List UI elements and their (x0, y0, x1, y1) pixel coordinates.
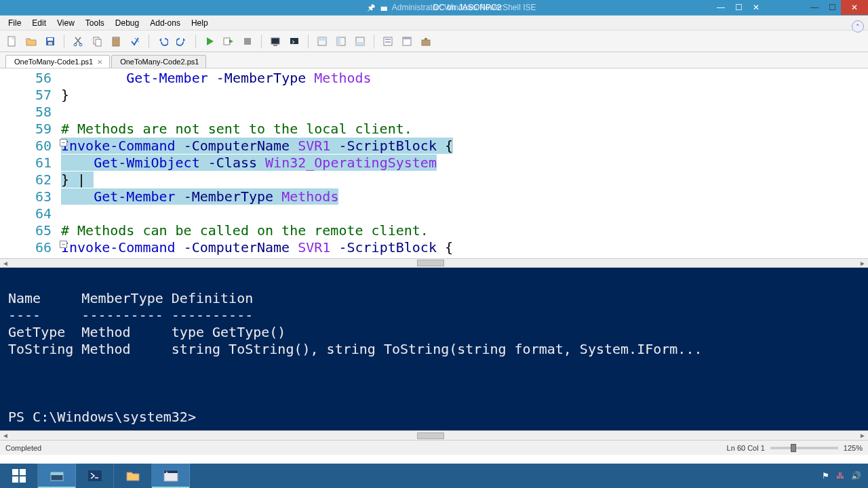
scroll-left-icon[interactable]: ◄ (0, 260, 11, 267)
status-bar: Completed Ln 60 Col 1 125% (0, 440, 868, 455)
powershell-button[interactable] (76, 464, 114, 488)
zoom-level: 125% (844, 444, 863, 452)
scroll-thumb[interactable] (417, 432, 444, 439)
maximize-inner-button[interactable]: ☐ (730, 0, 747, 15)
console-horizontal-scrollbar[interactable]: ◄ ► (0, 430, 868, 440)
stop-button[interactable] (239, 33, 256, 49)
scroll-right-icon[interactable]: ► (857, 432, 868, 439)
new-file-button[interactable] (4, 33, 20, 49)
layout-console-button[interactable] (352, 33, 368, 49)
svg-rect-29 (12, 469, 18, 475)
svg-rect-1 (12, 37, 15, 39)
svg-rect-34 (51, 472, 63, 475)
tab-label: OneToMany-Code1.ps1 (14, 58, 93, 66)
svg-rect-8 (96, 39, 101, 46)
clear-button[interactable] (127, 33, 143, 49)
menu-view[interactable]: View (52, 17, 80, 29)
open-file-button[interactable] (23, 33, 39, 49)
show-command-addon-button[interactable] (399, 33, 415, 49)
menu-addons[interactable]: Add-ons (144, 17, 186, 29)
explorer-button[interactable] (114, 464, 152, 488)
taskbar: ⚑ 🖧 🔊 (0, 464, 868, 488)
zoom-slider[interactable] (770, 447, 838, 449)
paste-button[interactable] (108, 33, 124, 49)
redo-button[interactable] (174, 33, 190, 49)
ise-window: File Edit View Tools Debug Add-ons Help … (0, 15, 868, 455)
script-editor[interactable]: 5657585960616263646566−− Get-Member -Mem… (0, 68, 868, 258)
svg-rect-11 (224, 38, 230, 45)
scroll-right-icon[interactable]: ► (857, 260, 868, 267)
svg-rect-4 (48, 42, 52, 45)
svg-rect-3 (47, 38, 53, 41)
menu-file[interactable]: File (3, 17, 26, 29)
menu-edit[interactable]: Edit (26, 17, 52, 29)
layout-script-button[interactable] (314, 33, 330, 49)
scroll-thumb[interactable] (417, 260, 444, 266)
svg-rect-28 (425, 38, 427, 40)
flag-icon[interactable]: ⚑ (822, 471, 829, 481)
toolbox-button[interactable] (418, 33, 434, 49)
menubar: File Edit View Tools Debug Add-ons Help (0, 16, 868, 30)
console-pane[interactable]: Name MemberType Definition ---- --------… (0, 268, 868, 430)
start-button[interactable] (0, 464, 38, 488)
svg-rect-15 (290, 38, 298, 44)
save-button[interactable] (42, 33, 58, 49)
toolbar: ⌃ (0, 30, 868, 52)
tab-file-1[interactable]: OneToMany-Code1.ps1✕ (5, 55, 110, 68)
undo-button[interactable] (155, 33, 171, 49)
pin-icon[interactable] (367, 3, 375, 12)
new-remote-button[interactable] (267, 33, 283, 49)
menu-tools[interactable]: Tools (80, 17, 110, 29)
svg-rect-24 (385, 41, 391, 43)
svg-rect-27 (422, 40, 430, 45)
copy-button[interactable] (89, 33, 105, 49)
svg-rect-30 (20, 469, 26, 475)
svg-rect-19 (337, 37, 340, 45)
cut-button[interactable] (70, 33, 86, 49)
network-icon[interactable]: 🖧 (836, 471, 844, 481)
show-command-button[interactable] (380, 33, 396, 49)
server-manager-button[interactable] (38, 464, 76, 488)
signal-icon (380, 3, 387, 12)
minimize-outer-button[interactable]: — (806, 0, 823, 15)
svg-rect-26 (403, 37, 411, 39)
vm-title: DC on JASONPC2 (433, 3, 502, 12)
svg-rect-17 (318, 37, 326, 41)
run-selection-button[interactable] (220, 33, 237, 49)
svg-rect-23 (385, 39, 391, 40)
sound-icon[interactable]: 🔊 (851, 471, 861, 481)
svg-rect-21 (356, 42, 364, 45)
scroll-left-icon[interactable]: ◄ (0, 432, 11, 439)
cursor-position: Ln 60 Col 1 (727, 444, 765, 452)
run-button[interactable] (201, 33, 218, 49)
powershell-ise-button[interactable] (152, 464, 190, 488)
status-text: Completed (5, 444, 41, 452)
maximize-outer-button[interactable]: ☐ (823, 0, 841, 15)
vm-connection-titlebar: Administrator: Windows PowerShell ISE DC… (0, 0, 868, 15)
collapse-script-pane-button[interactable]: ⌃ (852, 20, 864, 33)
system-tray[interactable]: ⚑ 🖧 🔊 (815, 464, 868, 488)
svg-rect-12 (244, 38, 251, 45)
layout-split-button[interactable] (333, 33, 349, 49)
tab-file-2[interactable]: OneToMany-Code2.ps1 (111, 55, 206, 68)
svg-rect-31 (12, 476, 18, 483)
minimize-inner-button[interactable]: — (712, 0, 730, 15)
close-tab-icon[interactable]: ✕ (97, 58, 102, 66)
menu-debug[interactable]: Debug (110, 17, 144, 29)
svg-rect-32 (20, 476, 26, 483)
tab-label: OneToMany-Code2.ps1 (120, 58, 199, 66)
tab-strip: OneToMany-Code1.ps1✕ OneToMany-Code2.ps1 (0, 52, 868, 68)
editor-horizontal-scrollbar[interactable]: ◄ ► (0, 258, 868, 268)
menu-help[interactable]: Help (186, 17, 214, 29)
close-inner-button[interactable]: ✕ (747, 0, 765, 15)
close-outer-button[interactable]: ✕ (841, 0, 868, 15)
svg-rect-14 (273, 45, 277, 46)
svg-rect-13 (271, 38, 279, 44)
remote-session-button[interactable] (286, 33, 302, 49)
svg-rect-10 (114, 37, 118, 39)
